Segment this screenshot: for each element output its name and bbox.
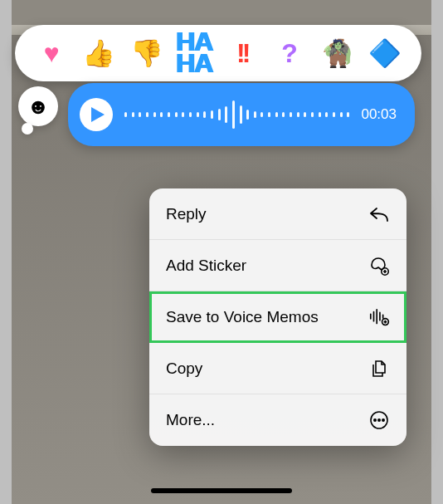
- waveform-tick: [232, 100, 235, 129]
- waveform-tick: [333, 112, 335, 117]
- background-edge-left: [0, 0, 12, 504]
- waveform-tick: [203, 111, 206, 118]
- waveform-tick: [197, 112, 199, 117]
- waveform-tick: [282, 112, 285, 117]
- svg-point-3: [374, 419, 376, 421]
- reaction-overflow[interactable]: 🔷: [367, 35, 403, 71]
- waveform-tick: [146, 112, 148, 117]
- reaction-custom-sticker[interactable]: 🧌: [319, 35, 356, 71]
- waveform-tick: [153, 112, 156, 117]
- background-band-bottom: [12, 0, 431, 25]
- menu-item-label: Add Sticker: [166, 257, 246, 275]
- waveform-tick: [168, 112, 170, 117]
- reaction-heart[interactable]: ♥: [33, 35, 70, 71]
- play-icon: [90, 106, 105, 123]
- voice-memo-plus-icon: [368, 306, 390, 328]
- waveform-tick: [290, 112, 292, 117]
- svg-point-4: [378, 419, 380, 421]
- svg-point-5: [382, 419, 384, 421]
- context-menu: Reply Add Sticker Save to Voice Memos: [149, 188, 406, 446]
- home-indicator[interactable]: [151, 488, 292, 493]
- menu-item-label: More...: [166, 411, 215, 429]
- more-icon: [368, 409, 390, 431]
- play-button[interactable]: [80, 98, 113, 131]
- background-edge-right: [431, 0, 443, 504]
- menu-item-add-sticker[interactable]: Add Sticker: [149, 240, 406, 291]
- waveform-tick: [240, 105, 242, 124]
- menu-item-save-voice-memos[interactable]: Save to Voice Memos: [149, 291, 406, 343]
- menu-item-label: Copy: [166, 360, 202, 378]
- waveform-tick: [340, 112, 343, 117]
- menu-item-copy[interactable]: Copy: [149, 343, 406, 394]
- waveform-tick: [132, 112, 134, 117]
- waveform-tick: [268, 112, 270, 117]
- waveform-tick: [218, 109, 221, 120]
- waveform-tick: [254, 111, 256, 118]
- copy-icon: [368, 358, 390, 379]
- waveform-tick: [319, 112, 321, 117]
- audio-message-bubble[interactable]: 00:03: [68, 83, 415, 146]
- waveform-tick: [275, 112, 278, 117]
- sticker-plus-icon: [368, 255, 390, 276]
- waveform-tick: [139, 112, 141, 117]
- audio-waveform[interactable]: [124, 98, 349, 131]
- reaction-question[interactable]: ?: [271, 35, 308, 71]
- waveform-tick: [325, 112, 328, 117]
- waveform-tick: [304, 112, 306, 117]
- menu-item-more[interactable]: More...: [149, 394, 406, 446]
- reaction-thumbs-down[interactable]: 👎: [129, 35, 165, 71]
- waveform-tick: [297, 112, 299, 117]
- reply-icon: [368, 203, 390, 225]
- waveform-tick: [175, 112, 178, 117]
- emoji-picker-button[interactable]: ☻: [18, 86, 58, 126]
- waveform-tick: [347, 112, 349, 117]
- waveform-tick: [311, 112, 314, 117]
- audio-duration: 00:03: [361, 106, 397, 123]
- tapback-bar: ♥ 👍 👎 HAHA !! ? 🧌 🔷: [15, 25, 421, 81]
- waveform-tick: [260, 112, 263, 117]
- waveform-tick: [246, 110, 249, 120]
- menu-item-label: Reply: [166, 205, 207, 223]
- reaction-haha[interactable]: HAHA: [176, 35, 212, 71]
- waveform-tick: [160, 112, 163, 117]
- waveform-tick: [182, 112, 184, 117]
- smiley-icon: ☻: [27, 94, 49, 120]
- reaction-exclaim[interactable]: !!: [224, 35, 260, 71]
- waveform-tick: [211, 110, 213, 119]
- waveform-tick: [189, 112, 192, 117]
- waveform-tick: [124, 112, 127, 117]
- reaction-thumbs-up[interactable]: 👍: [80, 35, 117, 71]
- waveform-tick: [225, 106, 227, 123]
- menu-item-label: Save to Voice Memos: [166, 308, 319, 326]
- menu-item-reply[interactable]: Reply: [149, 188, 406, 240]
